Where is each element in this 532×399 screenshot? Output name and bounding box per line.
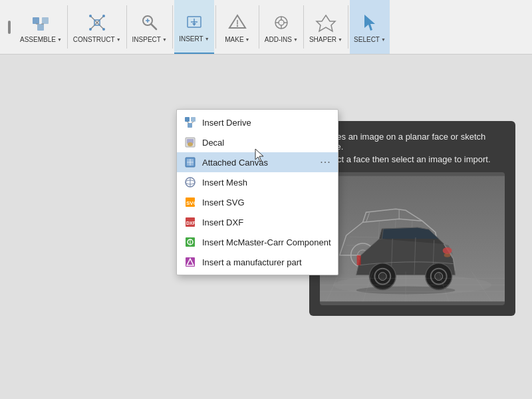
svg-point-79 <box>435 273 443 281</box>
svg-point-23 <box>237 25 238 27</box>
menu-item-mcmaster-label: Insert McMaster-Carr Component <box>202 237 331 247</box>
menu-item-attached-canvas[interactable]: Attached Canvas ··· <box>177 152 338 172</box>
svg-point-39 <box>188 142 193 146</box>
divider-2 <box>126 5 127 49</box>
toolbar-assemble[interactable]: ASSEMBLE ▼ <box>16 0 66 54</box>
toolbar-make[interactable]: MAKE ▼ <box>217 0 257 54</box>
insert-label: INSERT ▼ <box>179 35 209 43</box>
svg-text:SVG: SVG <box>186 200 196 206</box>
menu-item-mcmaster[interactable]: Insert McMaster-Carr Component <box>177 232 338 252</box>
canvas-more-dots[interactable]: ··· <box>315 156 331 168</box>
select-arrow: ▼ <box>381 37 386 42</box>
svg-icon: SVG <box>184 196 197 209</box>
derive-icon <box>184 116 197 129</box>
menu-item-dxf-label: Insert DXF <box>202 217 331 227</box>
svg-point-76 <box>378 273 386 281</box>
menu-item-insert-svg[interactable]: SVG Insert SVG <box>177 192 338 212</box>
construct-label: CONSTRUCT ▼ <box>73 36 121 43</box>
insert-arrow: ▼ <box>205 37 209 41</box>
svg-point-71 <box>443 247 452 254</box>
insert-icon <box>182 10 206 34</box>
shaper-arrow: ▼ <box>338 37 342 42</box>
svg-line-35 <box>187 122 189 123</box>
toolbar-select[interactable]: SELECT ▼ <box>350 0 390 54</box>
dxf-icon: DXF <box>184 215 197 229</box>
make-icon <box>225 11 249 35</box>
svg-rect-0 <box>8 21 11 34</box>
inspect-arrow: ▼ <box>162 37 167 42</box>
svg-rect-34 <box>188 123 192 128</box>
svg-point-12 <box>102 28 105 31</box>
toolbar-shaper[interactable]: SHAPER ▼ <box>305 0 346 54</box>
divider-4 <box>215 5 216 49</box>
construct-icon <box>85 11 109 35</box>
menu-item-svg-label: Insert SVG <box>202 198 331 207</box>
make-label: MAKE ▼ <box>225 36 249 43</box>
shaper-icon <box>314 11 338 35</box>
svg-marker-30 <box>317 15 335 31</box>
manufacturer-icon <box>184 255 197 269</box>
svg-rect-33 <box>191 117 196 122</box>
toolbar-insert[interactable]: INSERT ▼ <box>174 0 214 54</box>
svg-rect-73 <box>357 255 361 265</box>
toolbar-inspect[interactable]: INSPECT ▼ <box>128 0 171 54</box>
svg-rect-3 <box>37 24 44 31</box>
toolbar-construct[interactable]: CONSTRUCT ▼ <box>69 0 125 54</box>
main-area: Insert Derive Decal <box>0 55 532 399</box>
canvas-icon <box>184 156 197 169</box>
preview-line1: Places an image on a planar face or sket… <box>320 132 505 152</box>
decal-icon <box>184 136 197 149</box>
svg-rect-1 <box>33 17 39 24</box>
svg-text:DXF: DXF <box>186 221 196 225</box>
menu-item-manufacturer-label: Insert a manufacturer part <box>202 257 331 267</box>
svg-line-14 <box>151 24 156 29</box>
menu-item-canvas-label: Attached Canvas <box>202 158 315 168</box>
preview-image <box>320 172 505 305</box>
select-icon <box>358 11 382 35</box>
menu-item-insert-dxf[interactable]: DXF Insert DXF <box>177 212 338 232</box>
menu-item-insert-mesh[interactable]: Insert Mesh <box>177 172 338 192</box>
select-label: SELECT ▼ <box>354 36 386 43</box>
divider-7 <box>348 5 348 49</box>
assemble-icon <box>29 11 53 35</box>
menu-item-decal[interactable]: Decal <box>177 132 338 152</box>
divider-6 <box>303 5 304 49</box>
menu-item-derive-label: Insert Derive <box>202 118 331 128</box>
toolbar: ASSEMBLE ▼ CONSTRUCT ▼ <box>0 0 532 55</box>
svg-point-72 <box>444 253 451 257</box>
divider-1 <box>67 5 68 49</box>
svg-point-25 <box>279 20 284 25</box>
svg-point-11 <box>89 28 92 31</box>
svg-line-36 <box>192 122 194 123</box>
divider-3 <box>172 5 173 49</box>
addins-arrow: ▼ <box>293 37 298 42</box>
inspect-label: INSPECT ▼ <box>132 36 167 43</box>
addins-icon <box>269 11 293 35</box>
inspect-icon <box>138 11 162 35</box>
preview-panel: Places an image on a planar face or sket… <box>309 121 515 316</box>
svg-marker-20 <box>192 23 196 26</box>
svg-rect-2 <box>42 17 49 24</box>
svg-marker-31 <box>364 15 375 31</box>
assemble-label: ASSEMBLE ▼ <box>20 36 62 43</box>
toolbar-left-icon[interactable] <box>3 0 16 54</box>
svg-point-10 <box>102 15 105 17</box>
mcmaster-icon <box>184 235 197 249</box>
addins-label: ADD-INS ▼ <box>265 36 298 43</box>
menu-item-manufacturer[interactable]: Insert a manufacturer part <box>177 252 338 272</box>
svg-point-9 <box>89 15 92 17</box>
menu-item-decal-label: Decal <box>202 138 331 148</box>
make-arrow: ▼ <box>245 37 250 42</box>
divider-5 <box>259 5 259 49</box>
svg-rect-32 <box>185 117 190 122</box>
menu-item-mesh-label: Insert Mesh <box>202 178 331 188</box>
toolbar-addins[interactable]: ADD-INS ▼ <box>261 0 302 54</box>
assemble-arrow: ▼ <box>57 37 62 42</box>
preview-line2: Select a face then select an image to im… <box>320 154 505 164</box>
menu-item-insert-derive[interactable]: Insert Derive <box>177 112 338 132</box>
construct-arrow: ▼ <box>116 37 121 42</box>
shaper-label: SHAPER ▼ <box>309 36 342 43</box>
insert-dropdown: Insert Derive Decal <box>176 109 338 275</box>
mesh-icon <box>184 176 197 189</box>
